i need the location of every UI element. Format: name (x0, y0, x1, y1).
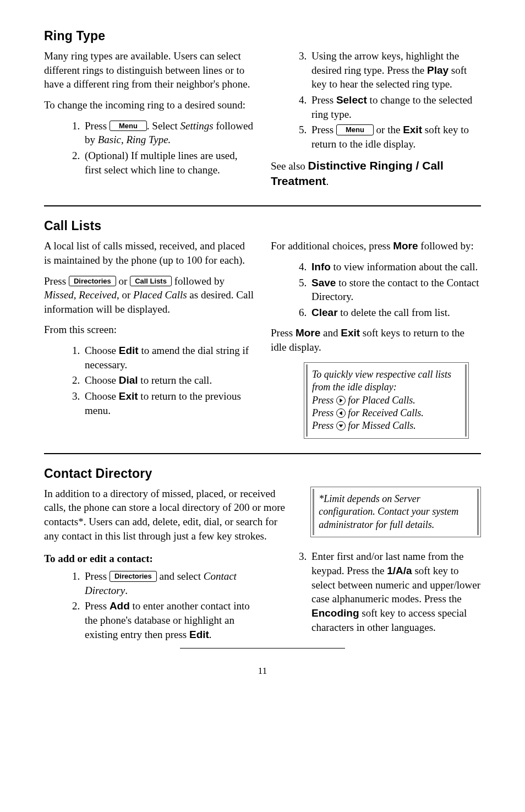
tip-line: To quickly view respective call lists fr… (312, 368, 461, 394)
exit-softkey: Exit (403, 124, 422, 135)
menu-key: Menu (336, 124, 374, 135)
tip-line: Press for Placed Calls. (312, 394, 461, 407)
dial-softkey: Dial (119, 374, 138, 386)
left-column: To add or edit a contact: Press Director… (44, 549, 254, 648)
two-column-layout: In addition to a directory of missed, pl… (44, 487, 481, 550)
arrow-right-icon (336, 396, 346, 405)
right-column: For additional choices, press More follo… (271, 239, 481, 443)
paragraph: Press Directories or Call Lists followed… (44, 274, 254, 317)
save-softkey: Save (311, 277, 336, 288)
left-column: Many ring types are available. Users can… (44, 49, 254, 195)
page-number: 11 (44, 665, 481, 678)
paragraph: Many ring types are available. Users can… (44, 49, 254, 91)
list-item: Clear to delete the call from list. (309, 306, 481, 320)
tip-line: Press for Received Calls. (312, 407, 461, 419)
svg-marker-2 (338, 425, 343, 428)
more-softkey: More (296, 327, 320, 339)
section-contact-directory: Contact Directory In addition to a direc… (44, 465, 481, 648)
arrow-down-icon (336, 421, 346, 430)
section-divider (44, 205, 481, 206)
section-title: Call Lists (44, 217, 481, 235)
info-softkey: Info (311, 261, 331, 273)
steps-list: Press Directories and select Contact Dir… (44, 569, 254, 641)
exit-softkey: Exit (341, 327, 360, 339)
list-item: Press Menu. Select Settings followed by … (83, 119, 254, 147)
list-item: Save to store the contact to the Contact… (309, 276, 481, 304)
steps-list-cont: Using the arrow keys, highlight the desi… (271, 49, 481, 151)
list-item: Using the arrow keys, highlight the desi… (309, 49, 481, 91)
section-call-lists: Call Lists A local list of calls missed,… (44, 217, 481, 443)
page-number-rule (180, 648, 345, 648)
left-column: In addition to a directory of missed, pl… (44, 487, 288, 550)
subheading: To add or edit a contact: (44, 552, 254, 566)
call-lists-key: Call Lists (130, 276, 172, 287)
list-item: Info to view information about the call. (309, 260, 481, 274)
exit-softkey: Exit (119, 390, 138, 402)
section-ring-type: Ring Type Many ring types are available.… (44, 28, 481, 195)
select-softkey: Select (336, 94, 367, 106)
paragraph: For additional choices, press More follo… (271, 239, 481, 253)
right-column: Using the arrow keys, highlight the desi… (271, 49, 481, 195)
right-column: Enter first and/or last name from the ke… (271, 549, 481, 648)
svg-marker-1 (339, 411, 342, 415)
list-item: Choose Dial to return the call. (83, 373, 254, 388)
list-item: Enter first and/or last name from the ke… (309, 549, 481, 634)
encoding-softkey: Encoding (311, 607, 359, 619)
tip-callout: To quickly view respective call lists fr… (304, 362, 469, 439)
options-list: Choose Edit to amend the dial string if … (44, 344, 254, 417)
paragraph: From this screen: (44, 323, 254, 337)
note-callout: *Limit depends on Server configuration. … (310, 487, 481, 537)
svg-marker-0 (340, 398, 342, 402)
left-column: A local list of calls missed, received, … (44, 239, 254, 443)
paragraph: In addition to a directory of missed, pl… (44, 487, 288, 543)
add-softkey: Add (110, 600, 130, 612)
two-column-layout: To add or edit a contact: Press Director… (44, 549, 481, 648)
right-column: *Limit depends on Server configuration. … (305, 487, 481, 550)
directories-key: Directories (69, 276, 116, 287)
list-item: Choose Exit to return to the previous me… (83, 389, 254, 417)
one-a-a-softkey: 1/A/a (387, 565, 412, 576)
section-divider (44, 453, 481, 454)
list-item: Press Directories and select Contact Dir… (83, 569, 254, 597)
menu-key: Menu (110, 121, 147, 132)
paragraph: To change the incoming ring to a desired… (44, 98, 254, 112)
steps-list-cont: Enter first and/or last name from the ke… (271, 549, 481, 634)
list-item: Press Select to change to the selected r… (309, 93, 481, 121)
section-title: Contact Directory (44, 465, 481, 482)
two-column-layout: Many ring types are available. Users can… (44, 49, 481, 195)
play-softkey: Play (427, 64, 449, 76)
tip-line: Press for Missed Calls. (312, 419, 461, 432)
list-item: (Optional) If multiple lines are used, f… (83, 149, 254, 177)
list-item: Press Add to enter another contact into … (83, 599, 254, 641)
more-softkey: More (393, 240, 418, 252)
options-list-cont: Info to view information about the call.… (271, 260, 481, 320)
two-column-layout: A local list of calls missed, received, … (44, 239, 481, 443)
arrow-left-icon (336, 408, 346, 418)
directories-key: Directories (110, 571, 157, 582)
clear-softkey: Clear (311, 307, 338, 318)
list-item: Press Menu or the Exit soft key to retur… (309, 123, 481, 151)
edit-softkey: Edit (189, 629, 209, 640)
paragraph: Press More and Exit soft keys to return … (271, 326, 481, 354)
section-title: Ring Type (44, 28, 481, 45)
list-item: Choose Edit to amend the dial string if … (83, 344, 254, 372)
paragraph: A local list of calls missed, received, … (44, 239, 254, 267)
edit-softkey: Edit (119, 345, 139, 356)
see-also-line: See also Distinctive Ringing / Call Trea… (271, 158, 481, 189)
steps-list: Press Menu. Select Settings followed by … (44, 119, 254, 177)
